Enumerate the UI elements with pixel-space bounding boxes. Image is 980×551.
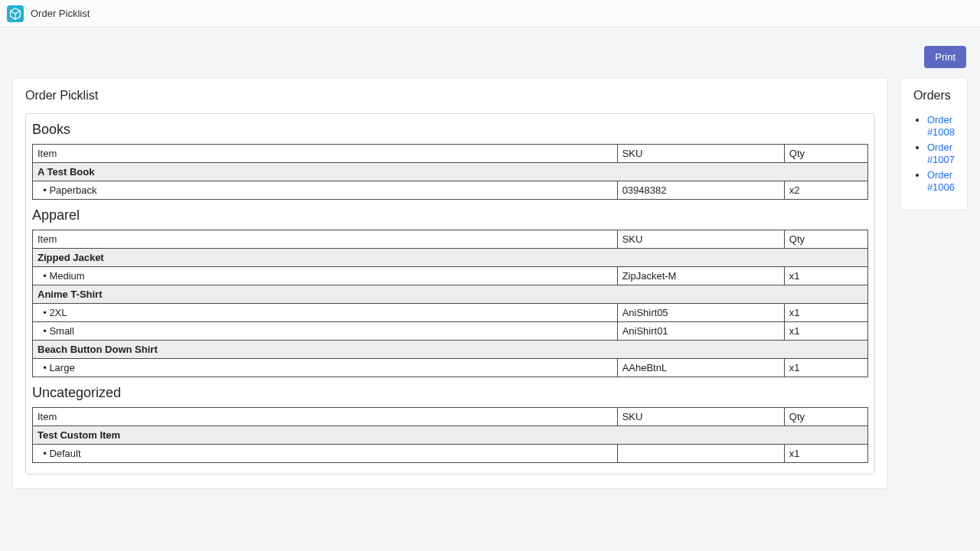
variant-name: Paperback (33, 181, 618, 200)
variant-sku: AniShirt01 (617, 322, 784, 341)
section-title: Books (32, 122, 868, 138)
product-row: A Test Book (33, 163, 868, 181)
picklist-section: ApparelItemSKUQtyZipped JacketMediumZipJ… (32, 207, 868, 377)
variant-row: SmallAniShirt01x1 (33, 322, 868, 341)
variant-row: MediumZipJacket-Mx1 (33, 267, 868, 285)
variant-row: 2XLAniShirt05x1 (33, 304, 868, 322)
picklist-inner-frame: BooksItemSKUQtyA Test BookPaperback03948… (25, 113, 875, 474)
action-bar: Print (12, 46, 968, 68)
col-header-sku: SKU (617, 230, 784, 249)
picklist-table: ItemSKUQtyTest Custom ItemDefaultx1 (32, 407, 868, 463)
variant-name: Default (33, 445, 618, 463)
picklist-section: BooksItemSKUQtyA Test BookPaperback03948… (32, 122, 868, 200)
variant-qty: x1 (784, 322, 867, 341)
product-row: Anime T-Shirt (33, 285, 868, 304)
variant-name: Medium (33, 267, 618, 285)
app-cube-icon (6, 5, 24, 23)
print-button[interactable]: Print (924, 46, 966, 68)
order-link[interactable]: Order #1007 (927, 142, 955, 165)
orders-list-item: Order #1008 (927, 113, 955, 138)
variant-qty: x2 (784, 181, 867, 200)
col-header-item: Item (33, 230, 618, 249)
product-name: Test Custom Item (33, 426, 868, 445)
top-bar: Order Picklist (0, 0, 980, 28)
variant-row: Paperback03948382x2 (33, 181, 868, 200)
variant-name: 2XL (33, 304, 618, 322)
variant-sku (617, 445, 784, 463)
product-name: Beach Button Down Shirt (33, 341, 868, 359)
variant-qty: x1 (784, 359, 867, 377)
col-header-sku: SKU (617, 145, 784, 163)
order-link[interactable]: Order #1008 (927, 114, 955, 138)
variant-sku: AAheBtnL (617, 359, 784, 377)
col-header-item: Item (33, 408, 618, 426)
variant-sku: ZipJacket-M (617, 267, 784, 285)
picklist-card: Order Picklist BooksItemSKUQtyA Test Boo… (12, 77, 888, 489)
variant-sku: 03948382 (617, 181, 784, 200)
variant-row: LargeAAheBtnLx1 (33, 359, 868, 377)
col-header-item: Item (33, 145, 618, 163)
orders-card: Orders Order #1008Order #1007Order #1006 (900, 77, 968, 210)
product-row: Beach Button Down Shirt (33, 341, 868, 359)
variant-row: Defaultx1 (33, 445, 868, 463)
variant-qty: x1 (784, 304, 867, 322)
app-title: Order Picklist (31, 8, 90, 19)
orders-list-item: Order #1007 (927, 141, 955, 165)
orders-title: Orders (913, 89, 955, 103)
col-header-qty: Qty (784, 145, 867, 163)
picklist-table: ItemSKUQtyZipped JacketMediumZipJacket-M… (32, 230, 868, 377)
picklist-title: Order Picklist (25, 89, 875, 103)
variant-qty: x1 (784, 445, 867, 463)
variant-sku: AniShirt05 (617, 304, 784, 322)
product-row: Test Custom Item (33, 426, 868, 445)
product-name: Zipped Jacket (33, 249, 868, 267)
orders-list-item: Order #1006 (927, 168, 955, 193)
section-title: Apparel (32, 207, 868, 223)
picklist-table: ItemSKUQtyA Test BookPaperback03948382x2 (32, 144, 868, 200)
col-header-sku: SKU (617, 408, 784, 426)
order-link[interactable]: Order #1006 (927, 169, 955, 193)
product-name: Anime T-Shirt (33, 285, 868, 304)
col-header-qty: Qty (784, 408, 867, 426)
variant-name: Small (33, 322, 618, 341)
picklist-section: UncategorizedItemSKUQtyTest Custom ItemD… (32, 385, 868, 463)
orders-list: Order #1008Order #1007Order #1006 (913, 113, 955, 193)
product-row: Zipped Jacket (33, 249, 868, 267)
section-title: Uncategorized (32, 385, 868, 401)
product-name: A Test Book (33, 163, 868, 181)
variant-qty: x1 (784, 267, 867, 285)
col-header-qty: Qty (784, 230, 867, 249)
variant-name: Large (33, 359, 618, 377)
